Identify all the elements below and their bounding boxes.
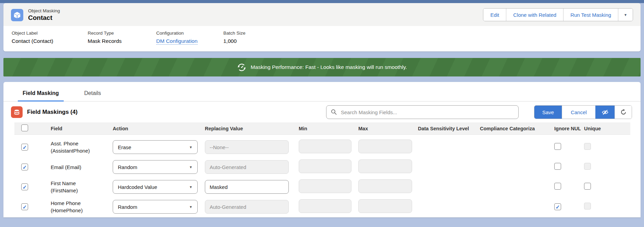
column-header-replace: Replacing Value [202, 126, 295, 131]
unique-cell [581, 183, 630, 191]
action-select[interactable]: Random▼ [113, 160, 198, 174]
field-masking-table: FieldActionReplacing ValueMinMaxData Sen… [14, 122, 630, 217]
ignore-null-checkbox[interactable] [554, 143, 561, 150]
min-input [299, 199, 351, 213]
detail-label: Configuration [156, 31, 220, 36]
detail-value: Contact (Contact) [12, 38, 84, 44]
action-select[interactable]: Hardcoded Value▼ [113, 180, 198, 194]
table-row: ✓Email (Email)Random▼Auto-Generated [14, 157, 630, 177]
action-select-value: Random [118, 204, 137, 210]
unique-cell [581, 203, 630, 211]
ignore-null-checkbox[interactable] [554, 163, 561, 170]
record-header-card: Object Masking Contact EditClone with Re… [3, 3, 641, 51]
entity-title: Object Masking Contact [11, 8, 60, 22]
max-cell [356, 159, 416, 175]
max-input [358, 140, 412, 153]
table-body: ✓Asst. Phone(AssistantPhone)Erase▼--None… [14, 137, 630, 217]
ignore-null-checkbox[interactable] [554, 183, 561, 190]
replacing-value-input: Auto-Generated [205, 160, 289, 174]
column-header-ignore: Ignore NULL? [538, 126, 581, 131]
check-mark-icon: ✓ [556, 204, 560, 210]
ignore-null-cell: ✓ [538, 203, 581, 210]
row-select-cell: ✓ [14, 203, 45, 210]
column-header-max: Max [356, 126, 416, 131]
save-button[interactable]: Save [534, 106, 562, 119]
tab-details[interactable]: Details [79, 82, 106, 101]
detail-label: Record Type [88, 31, 153, 36]
search-input[interactable] [326, 105, 519, 119]
detail-field: Batch Size1,000 [223, 31, 278, 45]
detail-field: Record TypeMask Records [88, 31, 153, 45]
row-select-cell: ✓ [14, 144, 45, 151]
edit-button[interactable]: Edit [483, 9, 506, 21]
record-name: Contact [28, 14, 60, 22]
field-name: First Name(FirstName) [51, 180, 110, 194]
field-maskings-icon [11, 106, 23, 118]
max-input [358, 159, 412, 173]
row-select-checkbox[interactable]: ✓ [21, 164, 28, 170]
section-title: Field Maskings (4) [27, 109, 77, 116]
row-select-checkbox[interactable]: ✓ [21, 203, 28, 210]
check-mark-icon: ✓ [23, 165, 27, 170]
row-select-checkbox[interactable]: ✓ [21, 183, 28, 190]
column-header-action: Action [110, 126, 202, 131]
min-cell [295, 140, 356, 155]
action-select[interactable]: Random▼ [113, 200, 198, 214]
column-header-unique: Unique [581, 126, 630, 131]
min-input [299, 179, 351, 193]
more-actions-dropdown-button[interactable]: ▼ [618, 9, 633, 21]
clone-with-related-button[interactable]: Clone with Related [506, 9, 563, 21]
field-name-cell: First Name(FirstName) [45, 180, 110, 194]
tab-bar: Field MaskingDetails [3, 82, 641, 101]
header-action-group: EditClone with RelatedRun Test Masking▼ [483, 8, 633, 21]
performance-refresh-icon [237, 63, 246, 72]
search-box [326, 105, 519, 119]
action-select-value: Random [118, 164, 137, 170]
column-header-field: Field [45, 126, 110, 131]
entity-type-label: Object Masking [28, 8, 60, 13]
chevron-down-icon: ▼ [189, 185, 193, 189]
chevron-down-icon: ▼ [189, 205, 193, 209]
field-name: Asst. Phone(AssistantPhone) [51, 140, 110, 154]
tab-field-masking[interactable]: Field Masking [18, 82, 64, 101]
replacing-value-cell: Auto-Generated [202, 160, 295, 174]
unique-checkbox[interactable] [584, 183, 591, 190]
row-select-checkbox[interactable]: ✓ [21, 144, 28, 151]
max-input [358, 179, 412, 193]
table-row: ✓Home Phone(HomePhone)Random▼Auto-Genera… [14, 197, 630, 217]
replacing-value-cell: Masked [202, 180, 295, 194]
object-masking-icon [11, 9, 23, 21]
record-header: Object Masking Contact EditClone with Re… [3, 3, 641, 26]
field-name-line: Home Phone [51, 200, 110, 207]
record-details: Object LabelContact (Contact)Record Type… [3, 26, 641, 51]
action-cell: Erase▼ [110, 140, 202, 154]
min-input [299, 140, 351, 153]
unique-checkbox [584, 203, 591, 210]
replacing-value-input: Auto-Generated [205, 200, 289, 214]
field-masking-card: Field MaskingDetails Field Maskings (4) [3, 82, 641, 217]
select-all-checkbox[interactable] [21, 124, 28, 131]
database-icon [13, 109, 20, 116]
eye-slash-icon [602, 109, 609, 116]
detail-value-link[interactable]: DM Configuration [156, 38, 198, 45]
field-name: Email (Email) [51, 164, 110, 171]
ignore-null-checkbox[interactable]: ✓ [554, 203, 561, 210]
min-cell [295, 159, 356, 175]
field-name-cell: Home Phone(HomePhone) [45, 200, 110, 214]
action-cell: Hardcoded Value▼ [110, 180, 202, 194]
detail-value: 1,000 [223, 38, 278, 44]
action-select[interactable]: Erase▼ [113, 140, 198, 154]
hide-columns-button[interactable] [595, 106, 615, 119]
min-cell [295, 179, 356, 194]
detail-value: Mask Records [88, 38, 153, 44]
cube-icon [13, 11, 21, 19]
refresh-button[interactable] [615, 106, 632, 119]
replacing-value-input[interactable]: Masked [205, 180, 289, 194]
cancel-button[interactable]: Cancel [562, 106, 595, 119]
replacing-value-cell: Auto-Generated [202, 200, 295, 214]
row-select-cell: ✓ [14, 164, 45, 170]
run-test-masking-button[interactable]: Run Test Masking [563, 9, 618, 21]
ignore-null-cell [538, 163, 581, 171]
table-action-group: Save Cancel [534, 105, 632, 119]
action-select-value: Erase [118, 144, 131, 150]
